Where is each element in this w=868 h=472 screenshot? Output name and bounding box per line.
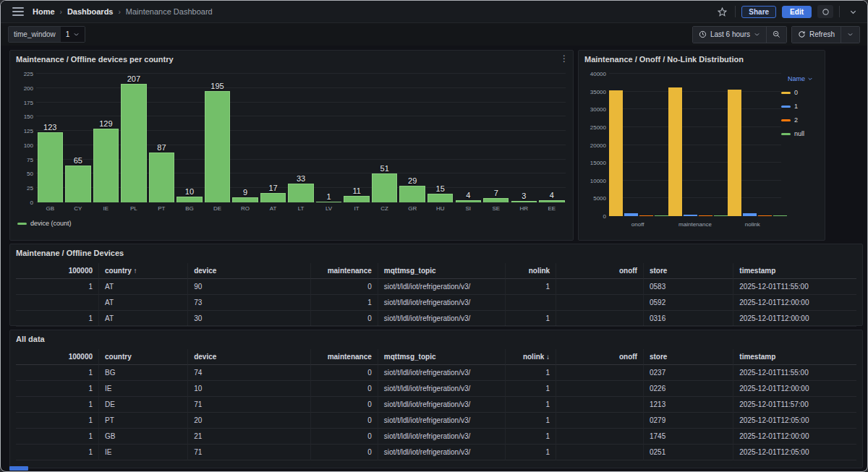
bar-maintenance-series-2[interactable] [699, 215, 712, 216]
bar-HU[interactable] [427, 194, 453, 202]
column-header-100000[interactable]: 100000 [16, 349, 99, 365]
x-axis-label-GB: GB [36, 205, 64, 212]
bar-value-label: 195 [203, 82, 231, 90]
table-row[interactable]: 1IE100siot/t/ldl/iot/refrigeration/v3/10… [16, 381, 856, 397]
panel-menu-icon[interactable]: ⋮ [560, 54, 569, 63]
bar-nolink-series-1[interactable] [743, 213, 757, 216]
table-row[interactable]: 1PT200siot/t/ldl/iot/refrigeration/v3/10… [16, 413, 856, 429]
column-header-timestamp[interactable]: timestamp [733, 263, 856, 279]
zoom-out-time-button[interactable] [766, 27, 786, 43]
bar-slot: 15 [426, 74, 454, 202]
bar-onoff-series-1[interactable] [624, 213, 638, 216]
breadcrumb-home[interactable]: Home [33, 7, 55, 16]
breadcrumb-dashboards[interactable]: Dashboards [67, 7, 114, 16]
cell-mqttmsg_topic: siot/t/ldl/iot/refrigeration/v3/ [378, 365, 506, 381]
bar-LV[interactable] [316, 202, 341, 202]
cell-country: AT [99, 311, 188, 327]
legend-device-count[interactable]: device (count) [17, 220, 72, 227]
cell-device: 90 [188, 279, 311, 295]
column-header-device[interactable]: device [188, 349, 311, 365]
bar-CZ[interactable] [372, 173, 397, 202]
bar-nolink-series-0[interactable] [728, 90, 741, 216]
column-header-store[interactable]: store [644, 349, 733, 365]
bar-PL[interactable] [121, 84, 146, 202]
bar-onoff-series-null[interactable] [655, 215, 668, 216]
column-header-maintenance[interactable]: maintenance [311, 349, 378, 365]
bar-SE[interactable] [483, 198, 509, 202]
column-header-100000[interactable]: 100000 [16, 263, 99, 279]
hamburger-menu-icon[interactable] [12, 7, 24, 16]
bar-slot: 4 [454, 74, 482, 202]
column-header-store[interactable]: store [644, 263, 733, 279]
column-header-maintenance[interactable]: maintenance [311, 263, 378, 279]
bar-SI[interactable] [456, 200, 481, 202]
star-icon[interactable] [715, 4, 729, 19]
column-header-onoff[interactable]: onoff [556, 349, 644, 365]
table-row[interactable]: 1IE710siot/t/ldl/iot/refrigeration/v3/10… [16, 445, 856, 460]
bar-slot: 29 [399, 74, 427, 202]
bar-GB[interactable] [38, 132, 63, 202]
cell-100000: 1 [16, 413, 99, 429]
panel-title[interactable]: Maintenance / Offline devices per countr… [10, 51, 573, 65]
bar-BG[interactable] [176, 197, 202, 202]
cell-device: 20 [188, 413, 311, 429]
bar-onoff-series-0[interactable] [609, 90, 623, 216]
bar-maintenance-series-null[interactable] [714, 215, 728, 216]
column-header-nolink[interactable]: nolink [506, 263, 556, 279]
bar-maintenance-series-0[interactable] [668, 87, 682, 216]
bar-nolink-series-null[interactable] [773, 215, 787, 216]
column-header-nolink[interactable]: nolink ↓ [506, 349, 556, 365]
refresh-button[interactable]: Refresh [792, 27, 841, 43]
bar-DE[interactable] [205, 91, 230, 202]
legend-item-null[interactable]: null [781, 130, 819, 137]
bar-GR[interactable] [399, 186, 425, 202]
chevron-down-icon[interactable] [846, 4, 860, 19]
table-row[interactable]: 1AT300siot/t/ldl/iot/refrigeration/v3/10… [16, 311, 856, 327]
column-header-device[interactable]: device [188, 263, 311, 279]
legend-item-0[interactable]: 0 [781, 89, 819, 96]
bar-CY[interactable] [65, 166, 90, 202]
table-row[interactable]: 1GB210siot/t/ldl/iot/refrigeration/v3/11… [16, 429, 856, 445]
table-row[interactable]: 1DE710siot/t/ldl/iot/refrigeration/v3/11… [16, 397, 856, 413]
bar-LT[interactable] [288, 184, 313, 202]
table-row[interactable]: AT731siot/t/ldl/iot/refrigeration/v3/059… [16, 295, 856, 311]
bar-AT[interactable] [260, 193, 286, 202]
column-header-mqttmsg_topic[interactable]: mqttmsg_topic [378, 349, 506, 365]
legend-item-1[interactable]: 1 [781, 103, 819, 110]
column-header-timestamp[interactable]: timestamp [733, 349, 856, 365]
column-header-country[interactable]: country [99, 349, 188, 365]
cell-maintenance: 0 [311, 311, 378, 327]
y-axis-tick: 25 [13, 185, 33, 192]
panel-title[interactable]: Maintenance / Onoff / No-Link Distributi… [579, 51, 825, 65]
bar-maintenance-series-1[interactable] [684, 215, 697, 216]
bar-IT[interactable] [344, 196, 369, 202]
bar-onoff-series-2[interactable] [639, 215, 653, 216]
bar-slot: 195 [203, 74, 231, 202]
table-row[interactable]: 1BG740siot/t/ldl/iot/refrigeration/v3/10… [16, 365, 856, 381]
refresh-interval-dropdown[interactable] [841, 27, 859, 43]
bar-RO[interactable] [232, 197, 258, 202]
bar-HR[interactable] [511, 201, 537, 202]
panel-title[interactable]: All data [10, 330, 862, 345]
cell-store: 0316 [644, 311, 733, 327]
panel-title[interactable]: Maintenane / Offline Devices [10, 244, 862, 259]
legend-title-dropdown[interactable]: Name [781, 75, 819, 82]
bar-PT[interactable] [149, 153, 174, 202]
grafana-window: Home › Dashboards › Maintenance Dashboar… [0, 0, 868, 472]
time-range-picker[interactable]: Last 6 hours [693, 27, 766, 43]
dashboard-menu-icon[interactable] [817, 5, 833, 18]
variable-value-dropdown[interactable]: 1 [61, 27, 85, 42]
column-header-onoff[interactable]: onoff [556, 263, 644, 279]
bar-EE[interactable] [539, 200, 564, 202]
y-axis-tick: 10000 [586, 177, 606, 184]
column-header-mqttmsg_topic[interactable]: mqttmsg_topic [378, 263, 506, 279]
bar-IE[interactable] [93, 129, 119, 202]
bar-nolink-series-2[interactable] [758, 215, 772, 216]
cell-maintenance: 0 [311, 413, 378, 429]
table-row[interactable]: 1AT900siot/t/ldl/iot/refrigeration/v3/10… [16, 279, 856, 295]
bar-value-label: 7 [482, 189, 511, 197]
edit-button[interactable]: Edit [782, 6, 812, 18]
column-header-country[interactable]: country ↑ [99, 263, 188, 279]
legend-item-2[interactable]: 2 [781, 116, 819, 124]
share-button[interactable]: Share [741, 6, 776, 18]
